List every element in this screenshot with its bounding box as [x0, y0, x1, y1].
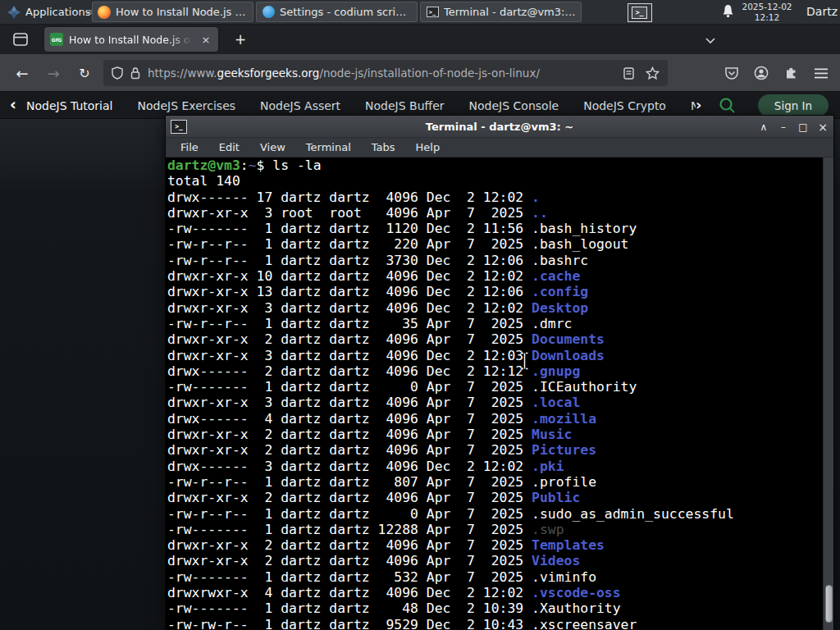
ls-entry: -rw------- 1 dartz dartz 0 Apr 7 2025 .I… [167, 379, 823, 395]
ls-entry: -rw-r--r-- 1 dartz dartz 0 Apr 7 2025 .s… [167, 506, 823, 522]
ls-entry: drwxr-xr-x 10 dartz dartz 4096 Dec 2 12:… [167, 268, 823, 284]
bookmark-star-icon[interactable] [646, 66, 660, 80]
vscodium-icon [262, 6, 275, 19]
nav-link-1[interactable]: NodeJS Assert [260, 99, 340, 112]
ls-entry: drwx------ 2 dartz dartz 4096 Dec 2 12:1… [167, 363, 823, 379]
url-text: https://www.geeksforgeeks.org/node-js/in… [148, 66, 540, 80]
total-line: total 140 [167, 173, 823, 189]
terminal-minimize-button[interactable]: – [777, 121, 790, 133]
scrollbar-thumb[interactable] [825, 585, 833, 623]
reader-view-icon[interactable] [623, 67, 634, 80]
tracking-shield-icon[interactable] [112, 66, 123, 80]
terminal-menu-edit[interactable]: Edit [219, 141, 240, 153]
terminal-close-button[interactable]: × [816, 121, 829, 134]
terminal-maximize-button[interactable]: □ [797, 121, 810, 133]
applications-logo-icon [7, 6, 21, 19]
clock-time: 12:12 [741, 12, 793, 23]
nav-link-0[interactable]: NodeJS Exercises [137, 99, 235, 112]
ls-entry: drwxr-xr-x 2 dartz dartz 4096 Apr 7 2025… [167, 331, 823, 347]
browser-tab[interactable]: GfG How to Install Node.js on × [44, 27, 218, 52]
clock[interactable]: 2025-12-02 12:12 [741, 2, 793, 22]
ls-entry: drwx------ 17 dartz dartz 4096 Dec 2 12:… [167, 189, 823, 205]
nav-link-4[interactable]: NodeJS Crypto [583, 99, 666, 112]
taskbar-window-firefox[interactable]: How to Install Node.js o... [92, 2, 253, 22]
ls-entry: -rw------- 1 dartz dartz 48 Dec 2 10:39 … [167, 600, 823, 616]
hamburger-menu-icon[interactable] [810, 62, 832, 84]
sign-in-button[interactable]: Sign In [758, 94, 829, 116]
terminal-title: Terminal - dartz@vm3: ~ [166, 121, 833, 133]
notification-bell-icon[interactable] [722, 4, 734, 18]
ls-entry: -rw-r--r-- 1 dartz dartz 35 Apr 7 2025 .… [167, 316, 823, 331]
nav-link-3[interactable]: NodeJS Console [469, 99, 559, 112]
terminal-output[interactable]: dartz@vm3:~$ ls -latotal 140drwx------ 1… [166, 158, 823, 629]
terminal-app-icon: >_ [171, 120, 187, 134]
firefox-icon [98, 6, 111, 19]
terminal-menubar: FileEditViewTerminalTabsHelp [166, 138, 833, 158]
nav-link-tutorial[interactable]: NodeJS Tutorial [26, 99, 112, 112]
ls-entry: drwxr-xr-x 2 dartz dartz 4096 Apr 7 2025… [167, 537, 823, 553]
ls-entry: drwxr-xr-x 2 dartz dartz 4096 Apr 7 2025… [167, 427, 823, 442]
text-cursor [519, 351, 530, 371]
ls-entry: drwxr-xr-x 3 root root 4096 Apr 7 2025 .… [167, 205, 823, 221]
ls-entry: drwx------ 4 dartz dartz 4096 Apr 7 2025… [167, 411, 823, 427]
forward-button[interactable]: → [41, 61, 66, 85]
nav-scroll-right-chevron[interactable]: › [696, 96, 701, 113]
tab-title: How to Install Node.js on [69, 34, 192, 46]
taskbar: How to Install Node.js o...Settings - co… [92, 2, 582, 23]
ls-entry: -rw------- 1 dartz dartz 12288 Apr 7 202… [167, 522, 823, 537]
lock-icon[interactable] [130, 66, 140, 80]
ls-entry: drwxr-xr-x 3 dartz dartz 4096 Apr 7 2025… [167, 395, 823, 410]
ls-entry: -rw-r--r-- 1 dartz dartz 220 Apr 7 2025 … [167, 236, 823, 252]
pocket-save-icon[interactable] [721, 62, 742, 84]
url-bar[interactable]: https://www.geeksforgeeks.org/node-js/in… [103, 60, 668, 86]
browser-toolbar: ← → ↻ https://www.geeksforgeeks.org/node… [0, 54, 840, 92]
ls-entry: -rw-rw-r-- 1 dartz dartz 9529 Dec 2 10:4… [167, 617, 823, 629]
clock-date: 2025-12-02 [741, 2, 793, 12]
taskbar-window-terminal[interactable]: >_Terminal - dartz@vm3: ~ [420, 2, 582, 22]
tray-terminal-button[interactable]: >_ [621, 2, 659, 23]
ls-entry: drwxrwxr-x 4 dartz dartz 4096 Dec 2 12:0… [167, 585, 823, 600]
nav-scroll-left-chevron[interactable]: ‹ [10, 95, 16, 113]
tab-close-icon[interactable]: × [199, 34, 212, 46]
reload-button[interactable]: ↻ [72, 61, 97, 85]
terminal-shade-button[interactable]: ∧ [757, 121, 770, 133]
nav-link-2[interactable]: NodeJS Buffer [365, 99, 445, 112]
ls-entry: drwxr-xr-x 2 dartz dartz 4096 Apr 7 2025… [167, 490, 823, 505]
taskbar-window-vscodium[interactable]: Settings - codium script... [256, 2, 418, 22]
account-icon[interactable] [751, 62, 772, 84]
taskbar-window-label: How to Install Node.js o... [116, 6, 248, 18]
terminal-titlebar[interactable]: >_ Terminal - dartz@vm3: ~ ∧ – □ × [166, 116, 833, 138]
applications-menu-button[interactable]: Applications [2, 1, 96, 23]
ls-entry: drwx------ 3 dartz dartz 4096 Dec 2 12:0… [167, 459, 823, 474]
list-all-tabs-button[interactable] [699, 31, 722, 49]
site-search-button[interactable] [719, 97, 736, 114]
ls-entry: -rw------- 1 dartz dartz 1120 Dec 2 11:5… [167, 221, 823, 236]
ls-entry: drwxr-xr-x 2 dartz dartz 4096 Apr 7 2025… [167, 442, 823, 458]
terminal-menu-terminal[interactable]: Terminal [306, 141, 351, 153]
back-button[interactable]: ← [10, 61, 34, 85]
browser-tab-strip: GfG How to Install Node.js on × + – ❐ × [0, 25, 840, 54]
terminal-scrollbar[interactable] [823, 158, 833, 630]
ls-entry: -rw-r--r-- 1 dartz dartz 807 Apr 7 2025 … [167, 474, 823, 490]
search-icon [719, 97, 736, 114]
ls-entry: drwxr-xr-x 13 dartz dartz 4096 Dec 2 12:… [167, 284, 823, 299]
firefox-view-button[interactable] [8, 28, 33, 51]
ls-entry: -rw------- 1 dartz dartz 532 Apr 7 2025 … [167, 569, 823, 585]
terminal-icon: >_ [426, 6, 439, 19]
geeksforgeeks-favicon: GfG [50, 33, 63, 46]
terminal-menu-help[interactable]: Help [416, 141, 441, 153]
ls-entry: drwxr-xr-x 2 dartz dartz 4096 Apr 7 2025… [167, 553, 823, 568]
terminal-menu-view[interactable]: View [260, 141, 285, 153]
new-tab-button[interactable]: + [230, 29, 251, 50]
user-menu[interactable]: Dartz [806, 5, 838, 18]
terminal-menu-file[interactable]: File [180, 141, 199, 153]
extensions-puzzle-icon[interactable] [780, 62, 801, 84]
terminal-window: >_ Terminal - dartz@vm3: ~ ∧ – □ × FileE… [165, 115, 834, 630]
terminal-menu-tabs[interactable]: Tabs [372, 141, 395, 153]
prompt-line: dartz@vm3:~$ ls -la [167, 158, 823, 173]
terminal-tray-icon: >_ [628, 3, 652, 22]
ls-entry: drwxr-xr-x 3 dartz dartz 4096 Dec 2 12:0… [167, 348, 823, 363]
taskbar-window-label: Settings - codium script... [280, 6, 412, 18]
applications-label: Applications [25, 6, 90, 18]
top-panel: Applications ≡ How to Install Node.js o.… [0, 0, 840, 25]
